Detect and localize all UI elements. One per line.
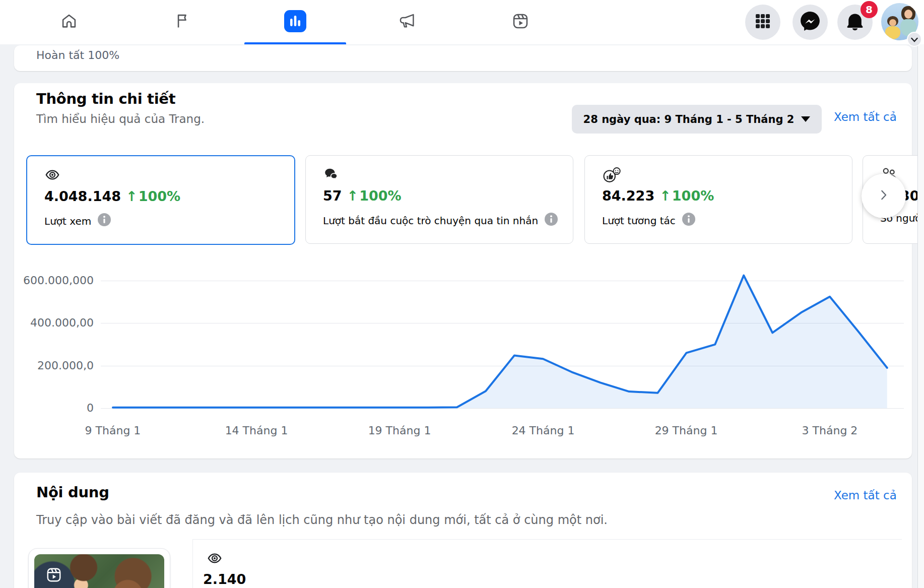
stat-label: Lượt tương tác xyxy=(602,215,676,227)
account-menu-chevron[interactable] xyxy=(907,32,922,47)
caret-down-icon xyxy=(801,116,810,122)
stat-card-interactions[interactable]: 84.223 ↑100% Lượt tương tác xyxy=(584,155,852,244)
stat-change: 100% xyxy=(359,188,401,204)
reels-badge-icon xyxy=(46,567,61,584)
insights-subtitle: Tìm hiểu hiệu quả của Trang. xyxy=(36,112,205,125)
content-see-all-link[interactable]: Xem tất cả xyxy=(834,489,897,502)
stat-label: Lượt bắt đầu cuộc trò chuyện qua tin nhắ… xyxy=(323,215,538,227)
x-axis-tick: 24 Tháng 1 xyxy=(512,424,575,437)
tab-pages[interactable] xyxy=(140,0,225,44)
active-tab-underline xyxy=(244,42,346,44)
chat-bubbles-icon xyxy=(323,167,339,184)
insights-chart-icon xyxy=(284,10,306,34)
x-axis-tick: 3 Tháng 2 xyxy=(802,424,858,437)
notification-count: 8 xyxy=(866,4,873,16)
x-axis-tick: 9 Tháng 1 xyxy=(85,424,141,437)
megaphone-icon xyxy=(398,12,416,32)
top-nav: 8 xyxy=(0,0,924,44)
up-arrow-icon: ↑ xyxy=(659,188,671,204)
stat-value: 4.048.148 xyxy=(44,188,121,204)
eye-icon xyxy=(207,551,223,568)
tab-ads[interactable] xyxy=(364,0,450,44)
insights-card: Thông tin chi tiết Tìm hiểu hiệu quả của… xyxy=(14,83,912,459)
scrollbar-gutter[interactable] xyxy=(918,44,924,588)
post-thumbnail-card[interactable] xyxy=(28,548,170,588)
chevron-down-icon xyxy=(911,35,918,44)
tab-insights[interactable] xyxy=(252,0,338,44)
info-icon[interactable] xyxy=(682,212,696,229)
post-thumbnail-image xyxy=(34,554,164,588)
up-arrow-icon: ↑ xyxy=(347,188,359,204)
insights-title: Thông tin chi tiết xyxy=(36,90,175,107)
chevron-right-icon xyxy=(874,185,894,207)
apps-menu-button[interactable] xyxy=(745,5,780,40)
up-arrow-icon: ↑ xyxy=(126,188,138,204)
stat-label: Lượt xem xyxy=(44,215,91,227)
y-axis-tick: 0 xyxy=(14,402,94,415)
y-axis-tick: 400.000,00 xyxy=(14,316,94,330)
stat-change: 100% xyxy=(139,188,180,204)
content-title: Nội dung xyxy=(36,484,109,501)
table-column-divider xyxy=(192,539,193,588)
x-axis-tick: 29 Tháng 1 xyxy=(655,424,718,437)
setup-progress-text: Hoàn tất 100% xyxy=(36,49,119,61)
post-views-count: 2.140 xyxy=(203,571,246,587)
chart-plot xyxy=(101,252,904,410)
stat-cards-next-button[interactable] xyxy=(862,174,906,218)
x-axis-tick: 19 Tháng 1 xyxy=(368,424,431,437)
chart-area-fill xyxy=(113,276,887,408)
insights-see-all-link[interactable]: Xem tất cả xyxy=(834,110,897,123)
info-icon[interactable] xyxy=(544,212,558,229)
grid-menu-icon xyxy=(753,12,772,33)
table-divider xyxy=(192,539,902,540)
stat-value: 57 xyxy=(323,188,342,204)
eye-icon xyxy=(44,167,60,184)
content-card: Nội dung Xem tất cả Truy cập vào bài viế… xyxy=(14,473,912,588)
stat-change: 100% xyxy=(672,188,714,204)
notification-badge: 8 xyxy=(861,1,878,18)
views-chart: 600.000,000 400.000,00 200.000,0 0 9 Thá… xyxy=(14,252,912,448)
x-axis-tick: 14 Tháng 1 xyxy=(225,424,288,437)
tab-home[interactable] xyxy=(26,0,112,44)
messenger-icon xyxy=(800,11,821,34)
date-range-dropdown[interactable]: 28 ngày qua: 9 Tháng 1 - 5 Tháng 2 xyxy=(572,105,822,134)
date-range-text: 28 ngày qua: 9 Tháng 1 - 5 Tháng 2 xyxy=(583,113,795,125)
stat-card-views[interactable]: 4.048.148 ↑100% Lượt xem xyxy=(26,155,295,245)
stat-value: 84.223 xyxy=(602,188,654,204)
tab-reels[interactable] xyxy=(478,0,563,44)
info-icon[interactable] xyxy=(97,213,111,229)
home-icon xyxy=(60,13,78,32)
messenger-button[interactable] xyxy=(793,5,828,40)
y-axis-tick: 200.000,0 xyxy=(14,359,94,372)
stat-card-conversations[interactable]: 57 ↑100% Lượt bắt đầu cuộc trò chuyện qu… xyxy=(305,155,573,244)
setup-progress-card: Hoàn tất 100% xyxy=(14,45,912,71)
reels-icon xyxy=(511,12,530,32)
reactions-icon xyxy=(602,167,621,185)
y-axis-tick: 600.000,000 xyxy=(14,274,94,287)
flag-icon xyxy=(174,13,191,32)
content-subtitle: Truy cập vào bài viết đã đăng và đã lên … xyxy=(36,513,608,527)
content-edge-line xyxy=(917,44,918,588)
